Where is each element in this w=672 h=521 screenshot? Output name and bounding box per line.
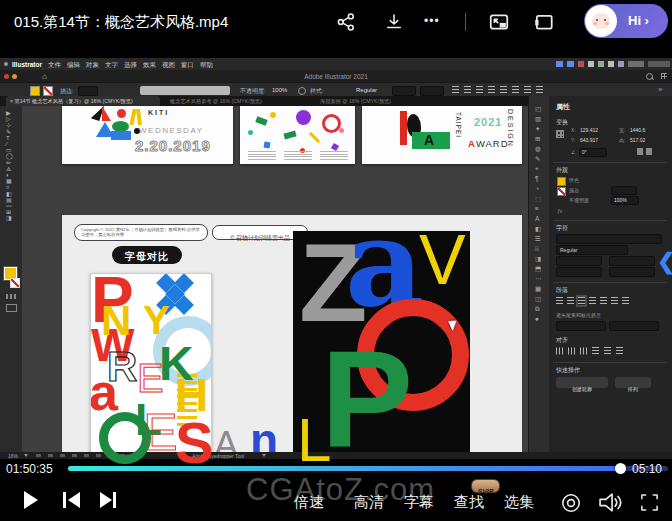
video-content-area[interactable]: Illustrator 文件 编辑 对象 文字 选择 效果 视图 窗口 帮助 xyxy=(0,45,672,459)
previous-button[interactable] xyxy=(63,492,81,508)
right-poster: Z a V P L xyxy=(293,231,470,469)
shape-blue-rect xyxy=(111,131,131,140)
kinsoku-select xyxy=(609,321,659,331)
arrange-label: 排列 xyxy=(628,386,638,392)
confetti xyxy=(248,130,253,135)
document-tab: 海报案例 @ 16% (CMYK/预览) xyxy=(314,96,424,106)
poster-letter: E xyxy=(137,358,164,398)
poster1-date: 2.20.2019 xyxy=(135,137,211,154)
opacity-value: 100% xyxy=(272,87,287,93)
video-player: 015.第14节：概念艺术风格.mp4 ••• Hi › xyxy=(0,0,672,521)
w-label: 宽: xyxy=(619,127,625,133)
player-header: 015.第14节：概念艺术风格.mp4 ••• Hi › xyxy=(0,0,672,45)
poster2-textblock xyxy=(284,151,312,160)
panel-stroke-swatch xyxy=(557,187,566,196)
align-buttons xyxy=(556,347,623,355)
x-value: 129.412 xyxy=(580,127,598,133)
controls-row: CGAtoZ.com 倍速 高清 字幕 查找 SVIP 选集 xyxy=(0,478,672,521)
progress-thumb[interactable] xyxy=(615,463,626,474)
y-label: Y: xyxy=(571,137,575,143)
shape-red-circle xyxy=(117,109,126,118)
menu-edit: 编辑 xyxy=(67,61,80,70)
paragraph-align-buttons xyxy=(556,297,629,305)
fullscreen-icon[interactable] xyxy=(640,493,659,512)
poster3-award: AWARD xyxy=(468,138,509,149)
artboard-poster-1: KITI WEDNESDAY 2.20.2019 xyxy=(62,106,233,164)
episodes-button[interactable]: 选集 xyxy=(504,493,534,512)
zoom-level: 16% xyxy=(8,453,18,459)
app-titlebar: ⌂ Adobe Illustrator 2021 xyxy=(0,70,672,82)
fill-swatch xyxy=(30,86,40,96)
subtitles-button[interactable]: 字幕 xyxy=(404,493,434,512)
poster3-big-a: A xyxy=(424,132,434,149)
picture-in-picture-icon[interactable] xyxy=(488,11,510,33)
style-circle-icon xyxy=(298,87,306,95)
stroke-label: 描边: xyxy=(60,87,74,96)
create-outline-label: 创建轮廓 xyxy=(572,386,592,392)
mini-window-icon[interactable] xyxy=(533,11,555,33)
properties-panel: 属性 变换 X: 129.412 宽: 1440.6 Y: 643.917 高:… xyxy=(549,96,672,459)
poster2-textblock xyxy=(320,151,348,160)
download-icon[interactable] xyxy=(384,12,404,32)
confetti xyxy=(296,110,311,125)
paragraph-label: 段落 xyxy=(556,286,568,295)
avatar-face xyxy=(592,13,610,29)
panel-icon-strip: ◰ ▥ ✦ ⊞ ◍ ✎ ⌖ ¶ ◔ ⬚ ≡ A ◧ ☰ ⌸ ◨ ⬒ ⋯ ▦ ◫ … xyxy=(528,96,550,459)
menu-illustrator: Illustrator xyxy=(12,61,42,70)
volume-icon[interactable] xyxy=(598,491,623,514)
appearance-label: 外观 xyxy=(556,166,568,175)
menu-type: 文字 xyxy=(105,61,118,70)
avatar-eye xyxy=(596,19,598,21)
confetti xyxy=(264,142,271,149)
flip-icons xyxy=(637,148,655,155)
panel-divider xyxy=(553,362,667,363)
panel-fill-swatch xyxy=(557,177,566,186)
artboard-poster-2 xyxy=(240,106,355,164)
style-thumb-strip xyxy=(140,86,230,95)
macos-menubar: Illustrator 文件 编辑 对象 文字 选择 效果 视图 窗口 帮助 xyxy=(0,58,672,70)
confetti xyxy=(339,128,344,133)
poster2-textblock xyxy=(248,151,276,160)
screencast-icon[interactable] xyxy=(560,492,582,514)
avatar-cheek xyxy=(593,22,597,25)
poster-letter: S xyxy=(175,414,212,467)
mojikumi-select xyxy=(556,321,606,331)
stroke-weight-field xyxy=(78,86,98,96)
more-icon[interactable]: ••• xyxy=(424,14,440,28)
font-style-text: Regular xyxy=(557,246,627,254)
next-button[interactable] xyxy=(100,492,118,508)
tab-label: × 第14节 概念艺术风格（复习）@ 16% (CMYK/预览) xyxy=(6,96,160,106)
assistant-pill[interactable]: Hi › xyxy=(584,4,668,38)
find-button[interactable]: 查找 xyxy=(454,493,484,512)
tool-icons-column: ▶ ▷ ⊹ ✎ T ∕ ▭ ◯ ✏ ⟁ ◐ ▦ ⌗ ◧ ▤ 〰 ⊞ ◨ xyxy=(6,110,13,222)
fx-icon: ƒx xyxy=(557,208,562,214)
document-tab: 概念艺术风格参考 @ 16% (CMYK/预览) xyxy=(164,96,310,106)
angle-value: 0° xyxy=(580,149,606,156)
create-outline-button: 创建轮廓 xyxy=(556,377,608,388)
apps-grid-icon xyxy=(661,73,667,79)
x-label: X: xyxy=(571,127,576,133)
panel-icons-column: ◰ ▥ ✦ ⊞ ◍ ✎ ⌖ ¶ ◔ ⬚ ≡ A ◧ ☰ ⌸ ◨ ⬒ ⋯ ▦ ◫ … xyxy=(535,104,542,324)
poster3-taipei: TAIPEI xyxy=(455,112,462,138)
menu-effect: 效果 xyxy=(143,61,156,70)
toolbar-screen-icon xyxy=(6,304,17,312)
current-time: 01:50:35 xyxy=(6,462,53,476)
font-style-field: Regular xyxy=(556,245,628,255)
quality-button[interactable]: 高清 xyxy=(354,493,384,512)
h-value: 517.02 xyxy=(630,137,645,143)
speed-button[interactable]: 倍速 xyxy=(294,493,324,512)
poster-letter: R xyxy=(107,346,137,388)
document-tab-active: × 第14节 概念艺术风格（复习）@ 16% (CMYK/预览) xyxy=(6,96,160,106)
play-button[interactable] xyxy=(24,491,38,509)
section-pill: 字母对比 xyxy=(112,246,182,264)
menu-view: 视图 xyxy=(162,61,175,70)
left-poster: P N W Y R K E a L E H S xyxy=(90,273,212,467)
share-icon[interactable] xyxy=(336,12,356,32)
quick-actions-label: 快速操作 xyxy=(556,366,580,375)
align-label: 对齐 xyxy=(556,336,568,345)
studio-text: © 召物计划训练营出品 xyxy=(230,235,290,241)
arrange-button: 排列 xyxy=(615,377,651,388)
shape-red-wedge xyxy=(102,106,111,121)
style-label: 样式: xyxy=(310,87,324,96)
menu-object: 对象 xyxy=(86,61,99,70)
